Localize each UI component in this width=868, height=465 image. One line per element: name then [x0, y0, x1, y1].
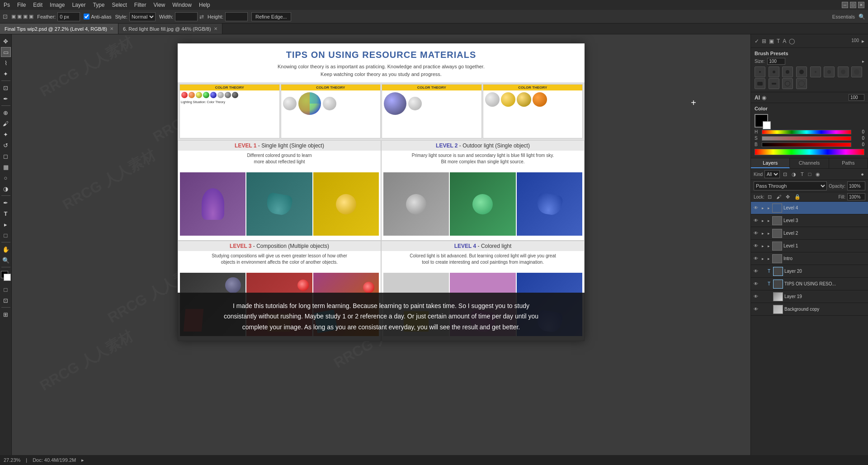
anti-alias-checkbox[interactable] [84, 14, 90, 19]
menu-window[interactable]: Window [172, 2, 192, 8]
tab-1[interactable]: 6. Red light Blue fill.jpg @ 44% (RGB/8)… [118, 24, 222, 34]
blend-mode-select[interactable]: Pass Through [754, 181, 827, 190]
background-color[interactable] [4, 274, 11, 281]
shape-tool[interactable]: □ [1, 230, 11, 240]
layer-item-layer20[interactable]: 👁 T Layer 20 [751, 265, 868, 278]
brush-preset-12[interactable] [796, 78, 807, 89]
move-tool[interactable]: ✥ [1, 36, 11, 46]
brush-preset-11[interactable] [782, 78, 793, 89]
feather-input[interactable] [57, 12, 80, 21]
layer-expand-layer20[interactable] [760, 268, 765, 275]
layer-eye-layer19[interactable]: 👁 [753, 294, 759, 300]
layer-item-layer19[interactable]: 👁 Layer 19 [751, 290, 868, 303]
eyedropper-tool[interactable]: ✒ [1, 94, 11, 104]
layer-eye-layer20[interactable]: 👁 [753, 268, 759, 275]
layer-eye-bg-copy[interactable]: 👁 [753, 306, 759, 313]
fill-value-input[interactable] [847, 193, 865, 200]
crop-tool[interactable]: ⊡ [1, 83, 11, 93]
brush-tool[interactable]: 🖌 [1, 119, 11, 128]
tab-1-close[interactable]: ✕ [214, 26, 217, 31]
opacity-small-input[interactable] [849, 94, 864, 101]
layer-expand2-intro[interactable]: ▸ [766, 256, 771, 262]
width-swap-icon[interactable]: ⇄ [199, 14, 204, 20]
filter-adjustment-icon[interactable]: ◑ [790, 171, 797, 178]
standard-mode[interactable]: □ [1, 285, 11, 294]
layer-expand2-level2[interactable]: ▸ [766, 230, 771, 237]
kind-filter-select[interactable]: All [764, 170, 780, 178]
layer-expand-bg-copy[interactable] [760, 306, 765, 313]
menu-help[interactable]: Help [199, 2, 210, 8]
menu-file[interactable]: File [17, 2, 26, 8]
layer-expand-level2[interactable]: ▸ [760, 230, 765, 237]
brush-preset-7[interactable] [838, 66, 849, 77]
saturation-slider[interactable] [762, 136, 851, 141]
layer-expand-level4[interactable]: ▸ [760, 205, 765, 211]
layer-item-bg-copy[interactable]: 👁 Background copy [751, 303, 868, 316]
panel-icon-6[interactable]: ◯ [789, 38, 795, 44]
menu-type[interactable]: Type [93, 2, 104, 8]
blur-tool[interactable]: ○ [1, 173, 11, 183]
filter-smart-icon[interactable]: ◉ [814, 171, 821, 178]
layer-item-intro[interactable]: 👁 ▸ ▸ Intro [751, 252, 868, 265]
tab-channels[interactable]: Channels [790, 158, 829, 168]
panel-icon-4[interactable]: T [777, 38, 780, 44]
minimize-button[interactable]: ─ [842, 2, 848, 8]
type-tool[interactable]: T [1, 209, 11, 218]
history-brush-tool[interactable]: ↺ [1, 140, 11, 150]
lock-all-icon[interactable]: 🔒 [793, 194, 802, 200]
brightness-slider[interactable] [762, 142, 851, 147]
lasso-tool[interactable]: ⌇ [1, 58, 11, 68]
layer-item-level3[interactable]: 👁 ▸ ▸ Level 3 [751, 214, 868, 227]
eraser-tool[interactable]: ◻ [1, 151, 11, 161]
panel-icon-5[interactable]: A [783, 38, 786, 44]
gradient-tool[interactable]: ▦ [1, 162, 11, 172]
filter-pixel-icon[interactable]: ⊡ [782, 171, 788, 178]
tab-0-close[interactable]: ✕ [110, 26, 113, 31]
brush-preset-8[interactable] [851, 66, 862, 77]
layer-eye-intro[interactable]: 👁 [753, 256, 759, 262]
brush-preset-5[interactable] [810, 66, 821, 77]
layer-expand-intro[interactable]: ▸ [760, 256, 765, 262]
color-gradient-bar[interactable] [755, 149, 864, 155]
layer-eye-level3[interactable]: 👁 [753, 218, 759, 224]
layer-eye-tips[interactable]: 👁 [753, 281, 759, 287]
status-arrow[interactable]: ▸ [81, 457, 84, 463]
layer-expand2-level3[interactable]: ▸ [766, 218, 771, 224]
foreground-background-colors[interactable] [1, 271, 11, 281]
layer-eye-level2[interactable]: 👁 [753, 230, 759, 237]
opacity-slider-icon[interactable]: ▸ [862, 38, 864, 44]
quick-mask-mode[interactable]: ⊡ [1, 295, 11, 305]
tab-layers[interactable]: Layers [751, 158, 790, 168]
brush-preset-1[interactable] [755, 66, 765, 77]
zoom-tool[interactable]: 🔍 [1, 255, 11, 265]
menu-layer[interactable]: Layer [72, 2, 85, 8]
background-swatch[interactable] [763, 121, 771, 129]
filter-toggle[interactable]: ● [859, 171, 865, 177]
dodge-tool[interactable]: ◑ [1, 184, 11, 194]
ai-icon[interactable]: ◉ [762, 95, 766, 101]
width-input[interactable] [175, 12, 198, 21]
pen-tool[interactable]: ✒ [1, 198, 11, 208]
layer-expand-layer19[interactable] [760, 294, 765, 300]
menu-ps[interactable]: Ps [4, 2, 10, 8]
maximize-button[interactable]: □ [850, 2, 856, 8]
layer-item-level1[interactable]: 👁 ▸ ▸ Level 1 [751, 240, 868, 252]
layer-expand-level1[interactable]: ▸ [760, 243, 765, 249]
menu-view[interactable]: View [153, 2, 165, 8]
menu-select[interactable]: Select [112, 2, 127, 8]
layer-expand-level3[interactable]: ▸ [760, 218, 765, 224]
refine-edge-button[interactable]: Refine Edge... [251, 12, 291, 21]
path-selection-tool[interactable]: ▸ [1, 219, 11, 229]
lock-position-icon[interactable]: ✥ [784, 194, 791, 200]
filter-shape-icon[interactable]: □ [807, 171, 813, 177]
opacity-value-input[interactable] [847, 181, 865, 190]
tab-paths[interactable]: Paths [829, 158, 868, 168]
clone-stamp-tool[interactable]: ✦ [1, 129, 11, 139]
hand-tool[interactable]: ✋ [1, 244, 11, 254]
panel-icon-2[interactable]: ⊞ [762, 38, 766, 44]
layer-eye-level1[interactable]: 👁 [753, 243, 759, 249]
lock-image-icon[interactable]: 🖌 [775, 194, 783, 200]
menu-filter[interactable]: Filter [134, 2, 146, 8]
layer-eye-level4[interactable]: 👁 [753, 205, 759, 211]
layer-expand2-level1[interactable]: ▸ [766, 243, 771, 249]
